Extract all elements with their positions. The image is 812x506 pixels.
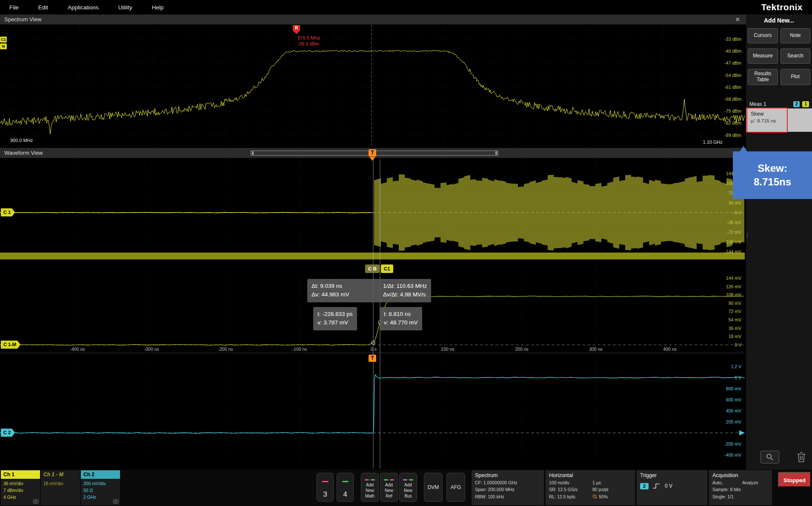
trigger-source-badge: 2 <box>640 483 649 489</box>
cursor-b-readout: t: 8.810 ns v: 48.770 mV <box>380 307 422 330</box>
add-new-buttons: Cursors Note Measure Search Results Tabl… <box>748 28 810 85</box>
note-button[interactable]: Note <box>781 28 811 43</box>
spectrum-rbw: RBW: 100 kHz <box>472 493 544 500</box>
waveform-view-title: Waveform View <box>4 150 43 156</box>
bus-color-dash2 <box>409 479 413 480</box>
horizontal-panel-title: Horizontal <box>546 470 635 479</box>
magnifier-icon <box>765 453 775 461</box>
menu-bar: FileEditApplicationsUtilityHelp Tektroni… <box>0 0 812 14</box>
menu-item[interactable]: Utility <box>118 4 132 11</box>
zoom-results-button[interactable] <box>761 451 779 463</box>
bus-color-dash <box>403 479 407 480</box>
ch1-tab[interactable]: Ch 1 <box>1 470 40 479</box>
channel-badge-c1[interactable]: C 1 <box>1 208 15 216</box>
acquisition-settings-badge[interactable]: Acquisition Auto,Analyze Sample: 8 bits … <box>709 470 772 505</box>
ch1-badge[interactable]: Ch 1 36 mV/div7 dBm/div4 GHz <box>1 470 40 505</box>
search-button[interactable]: Search <box>781 48 811 64</box>
trigger-position-marker[interactable]: T <box>369 149 376 156</box>
cursors-button[interactable]: Cursors <box>748 28 778 43</box>
ch2-setting: 50 Ω <box>83 487 117 494</box>
skew-callout: Skew: 8.715ns <box>733 151 812 199</box>
horizontal-settings-badge[interactable]: Horizontal 100 ns/div1 µs SR: 12.5 GS/s8… <box>546 470 635 505</box>
panel-resize-handle[interactable]: ⋮ <box>744 232 750 239</box>
freq-axis-start: 900.0 MHz <box>10 138 33 143</box>
dvm-button[interactable]: DVM <box>424 473 443 502</box>
spectrum-n-badge[interactable]: N <box>0 43 7 49</box>
cursor-b-voltage: v: 48.770 mV <box>384 318 418 327</box>
menu-item[interactable]: Applications <box>68 4 99 11</box>
ch1m-badge[interactable]: Ch 1 - M 18 mV/div <box>41 470 80 505</box>
spectrum-channel-badges: C1 N <box>0 37 7 50</box>
label: Add <box>400 482 417 488</box>
callout-line2: 8.715ns <box>754 175 791 189</box>
cursor-a-voltage: v: 3.787 mV <box>317 318 353 327</box>
callout-line1: Skew: <box>758 162 787 175</box>
spectrum-settings-badge[interactable]: Spectrum CF: 1.00000000 GHz Span: 200.00… <box>472 470 544 505</box>
menu-item[interactable]: File <box>9 4 19 11</box>
measure-button[interactable]: Measure <box>748 48 778 64</box>
spectrum-trace <box>0 25 745 148</box>
menu-item[interactable]: Edit <box>38 4 48 11</box>
delete-button[interactable] <box>795 450 808 464</box>
cursor-badge[interactable]: C B <box>365 264 380 273</box>
menu-item[interactable]: Help <box>152 4 164 11</box>
acq-analyze: Analyze <box>742 479 758 486</box>
measurement-row[interactable]: Meas 1 2 1 <box>749 101 809 107</box>
ch4-number: 4 <box>337 490 353 499</box>
channel-badge-c1m[interactable]: C 1-M <box>1 341 20 349</box>
plot-button[interactable]: Plot <box>781 69 811 85</box>
marker-frequency: 979.5 MHz <box>297 35 320 41</box>
ch2-badge[interactable]: Ch 2 200 mV/div50 Ω2 GHz <box>81 470 120 505</box>
ref-color-dash <box>384 479 388 480</box>
results-table-button[interactable]: Results Table <box>748 69 778 85</box>
spectrum-view-header: Spectrum View ✕ <box>0 14 746 25</box>
trigger-level-marker[interactable]: T <box>369 355 376 362</box>
spectrum-c1-badge[interactable]: C1 <box>0 37 7 43</box>
label: Ref <box>380 493 397 499</box>
cursor-source-channel-badge[interactable]: C1 <box>381 264 393 273</box>
ch3-color-dash <box>322 481 329 482</box>
add-new-ref-button[interactable]: AddNewRef <box>380 473 398 502</box>
ch2-settings: 200 mV/div50 Ω2 GHz <box>81 479 120 500</box>
delta-t: Δt: 9.039 ns <box>312 282 379 290</box>
stopped-button[interactable]: Stopped <box>778 472 811 487</box>
ch4-button[interactable]: 4 <box>337 473 354 502</box>
channel-badge-c2[interactable]: C 2 <box>1 429 15 437</box>
ch1m-settings: 18 mV/div <box>41 479 80 487</box>
waveform-view-panel: Waveform View T C 1 C 1-M C 2 C B C1 Δt:… <box>0 148 746 469</box>
cursor-a-time: t: -228.833 ps <box>317 310 353 318</box>
ch1-settings: 36 mV/div7 dBm/div4 GHz <box>1 479 40 500</box>
add-new-bus-button[interactable]: AddNewBus <box>399 473 417 502</box>
probe-config-icon[interactable] <box>113 500 118 503</box>
acq-single: Single: 1/1 <box>712 493 734 500</box>
afg-button[interactable]: AFG <box>446 473 465 502</box>
close-icon[interactable]: ✕ <box>735 16 740 23</box>
add-ref-label: AddNewRef <box>380 482 397 499</box>
cursor-a-readout: t: -228.833 ps v: 3.787 mV <box>313 307 357 330</box>
cursor-b-time: t: 8.810 ns <box>384 310 418 318</box>
ch1m-tab[interactable]: Ch 1 - M <box>41 470 80 479</box>
probe-config-icon[interactable] <box>33 500 38 503</box>
ch2-setting: 2 GHz <box>83 494 117 501</box>
trash-icon <box>796 451 806 463</box>
add-new-math-button[interactable]: AddNewMath <box>361 473 379 502</box>
waveform-plot[interactable]: C 1 C 1-M C 2 C B C1 Δt: 9.039 ns 1/Δt: … <box>0 158 745 469</box>
measurement-value: µ': 8.715 ns <box>751 118 783 123</box>
trigger-panel-title: Trigger <box>637 470 707 479</box>
ch3-button[interactable]: 3 <box>317 473 334 502</box>
label: Add <box>361 482 378 488</box>
spectrum-plot[interactable]: C1 N R 979.5 MHz -39.3 dBm -33 dBm-40 dB… <box>0 25 745 148</box>
ch1m-setting: 18 mV/div <box>43 480 77 487</box>
math-color-dash <box>365 479 369 480</box>
cursor-source-badges: C B C1 <box>365 264 393 273</box>
spectrum-cf: CF: 1.00000000 GHz <box>472 479 544 486</box>
ch4-color-dash <box>342 481 349 482</box>
trigger-settings-badge[interactable]: Trigger 2 0 V <box>637 470 707 505</box>
skew-measurement-badge[interactable]: Skew µ': 8.715 ns <box>746 108 788 133</box>
delta-v-over-t: Δv/Δt: 4.98 MV/s <box>383 290 427 299</box>
ch2-tab[interactable]: Ch 2 <box>81 470 120 479</box>
trigger-slope-icon <box>652 483 661 489</box>
label: Math <box>361 493 378 499</box>
add-math-label: AddNewMath <box>361 482 378 499</box>
inverse-delta-t: 1/Δt: 110.63 MHz <box>383 282 427 290</box>
